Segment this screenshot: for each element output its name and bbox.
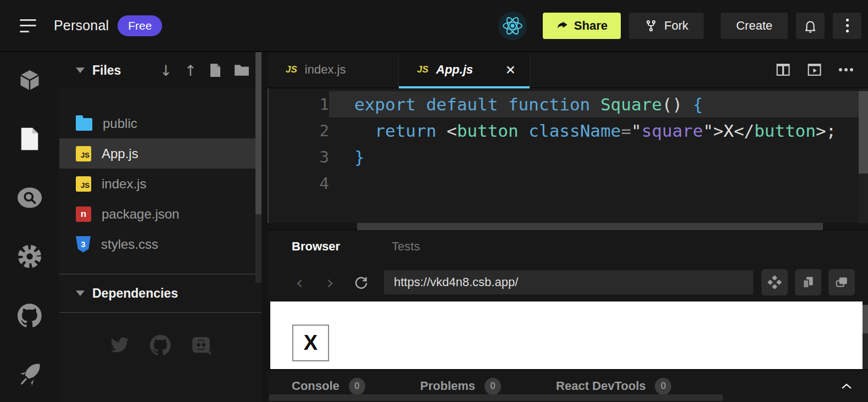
codesandbox-app: Personal Free Shar [0, 0, 868, 402]
code-line: 1export default function Square() { [269, 91, 868, 118]
code-text: export default function Square() { [329, 91, 868, 118]
file-row-App.js[interactable]: JSApp.js [59, 138, 261, 169]
editor-tab-index.js[interactable]: JSindex.js [268, 52, 399, 87]
folder-icon [76, 118, 92, 131]
editor-vscroll-thumb[interactable] [859, 91, 868, 174]
js-icon: JS [76, 146, 91, 161]
create-button[interactable]: Create [721, 13, 788, 39]
file-row-index.js[interactable]: JSindex.js [59, 169, 261, 199]
discord-icon[interactable] [190, 334, 212, 356]
fork-icon [644, 19, 658, 32]
responsive-mode-icon[interactable] [795, 269, 821, 295]
browser-preview: X [268, 302, 868, 369]
sandbox-cube-icon[interactable] [17, 68, 42, 93]
gear-icon[interactable] [17, 244, 42, 269]
fork-button[interactable]: Fork [629, 13, 704, 39]
more-options-button[interactable] [833, 13, 861, 39]
share-button[interactable]: Share [543, 13, 621, 39]
console-items: Console0Problems0React DevTools0 [292, 378, 671, 395]
notifications-button[interactable] [796, 13, 825, 39]
console-tab-problems[interactable]: Problems0 [420, 378, 501, 395]
download-icon[interactable]: ↓ [160, 63, 173, 78]
square-button[interactable]: X [292, 325, 329, 361]
share-arrow-icon [556, 19, 569, 32]
upload-icon[interactable]: ↑ [184, 63, 197, 78]
fork-label: Fork [664, 19, 688, 33]
plan-badge: Free [118, 15, 162, 36]
new-folder-icon[interactable] [234, 64, 249, 77]
twitter-icon[interactable] [109, 334, 131, 356]
github-icon[interactable] [17, 303, 42, 328]
tab-browser[interactable]: Browser [292, 239, 340, 254]
share-label: Share [574, 19, 608, 33]
close-icon[interactable]: × [505, 62, 515, 78]
js-file-icon: JS [417, 64, 429, 75]
create-label: Create [736, 19, 772, 33]
back-icon[interactable]: ‹ [284, 273, 315, 292]
editor-tab-bar: JSindex.jsJSApp.js× [268, 52, 868, 88]
chevron-down-icon [76, 291, 85, 296]
code-text: return <button className="square">X</but… [329, 118, 868, 144]
npm-icon: n [76, 206, 91, 222]
editor-vertical-scrollbar [859, 88, 868, 223]
main-area: Files ↓ ↑ publicJSApp.jsJSindex.jsnpacka… [0, 52, 868, 402]
open-new-window-icon[interactable] [828, 269, 855, 295]
line-number: 2 [269, 121, 329, 140]
code-line: 2 return <button className="square">X</b… [269, 118, 868, 144]
files-panel: Files ↓ ↑ publicJSApp.jsJSindex.jsnpacka… [59, 52, 261, 402]
console-tab-console[interactable]: Console0 [292, 378, 365, 395]
refresh-icon[interactable] [346, 274, 376, 291]
menu-icon[interactable] [20, 19, 36, 32]
files-scrollbar-thumb[interactable] [255, 52, 261, 214]
file-name: public [103, 116, 137, 131]
react-logo-icon [498, 12, 527, 40]
code-line: 4 [269, 170, 868, 197]
file-row-styles.css[interactable]: 3styles.css [59, 229, 261, 259]
line-number: 3 [269, 148, 329, 166]
split-view-icon[interactable] [776, 63, 791, 76]
code-editor[interactable]: 1export default function Square() {2 ret… [268, 88, 868, 223]
devtools-grid-icon[interactable] [761, 269, 788, 295]
line-number: 1 [269, 95, 329, 114]
chevron-up-icon[interactable] [841, 382, 868, 390]
console-tab-label: Console [292, 379, 340, 393]
files-scrollbar [255, 52, 261, 283]
workbench: JSindex.jsJSApp.js× [261, 52, 868, 402]
preview-scrollbar-thumb[interactable] [863, 305, 868, 333]
console-tab-label: Problems [420, 379, 475, 393]
workspace-name[interactable]: Personal [54, 18, 109, 34]
tab-tests[interactable]: Tests [392, 239, 420, 254]
ellipsis-icon[interactable] [838, 68, 854, 72]
forward-icon[interactable]: › [315, 273, 346, 292]
file-row-public[interactable]: public [59, 108, 261, 138]
console-tab-react-devtools[interactable]: React DevTools0 [556, 378, 671, 395]
chevron-down-icon[interactable] [76, 68, 85, 73]
social-links [59, 313, 261, 402]
dependencies-header[interactable]: Dependencies [59, 275, 261, 313]
editor-tabs: JSindex.jsJSApp.js× [268, 52, 530, 87]
explorer-file-icon[interactable] [17, 126, 42, 152]
new-file-icon[interactable] [209, 63, 222, 77]
preview-pane-icon[interactable] [807, 63, 822, 76]
editor-tab-App.js[interactable]: JSApp.js× [399, 52, 530, 87]
code-text [329, 170, 868, 197]
preview-actions [761, 269, 863, 295]
preview-page: X [270, 302, 863, 369]
js-icon: JS [76, 176, 91, 192]
editor-hscroll-thumb[interactable] [357, 223, 823, 230]
search-icon[interactable] [17, 185, 42, 210]
top-bar: Personal Free Shar [0, 0, 868, 52]
topbar-actions: Share Fork Create [498, 12, 861, 40]
css-icon: 3 [76, 236, 91, 253]
github-icon[interactable] [149, 334, 171, 356]
file-name: styles.css [101, 237, 158, 252]
editor-horizontal-scrollbar [268, 223, 868, 230]
editor-actions [776, 52, 868, 87]
preview-scrollbar [863, 305, 868, 369]
code-lines: 1export default function Square() {2 ret… [269, 88, 868, 197]
url-input[interactable] [384, 270, 753, 294]
console-hscroll-thumb[interactable] [269, 394, 723, 401]
file-row-package.json[interactable]: npackage.json [59, 199, 261, 229]
rocket-icon[interactable] [17, 361, 42, 387]
preview-tab-bar: Browser Tests [268, 230, 868, 263]
